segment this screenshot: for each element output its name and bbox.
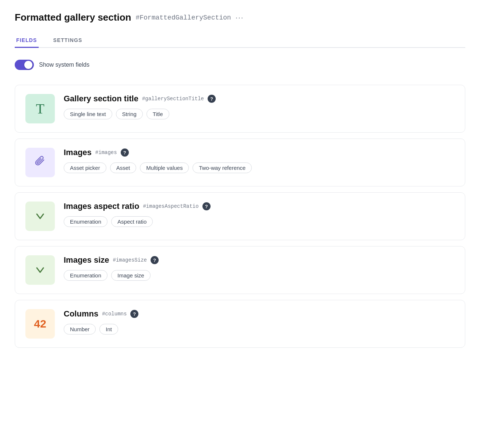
text-t-icon: T	[36, 101, 44, 117]
help-icon-columns[interactable]: ?	[130, 310, 138, 318]
page-header: Formatted gallery section #FormattedGall…	[15, 12, 465, 23]
field-icon-chevron-down-size	[25, 255, 55, 285]
page-title: Formatted gallery section	[15, 12, 131, 23]
tag-asset: Asset	[110, 162, 137, 173]
field-tags-columns: Number Int	[64, 324, 455, 335]
field-card-images: Images #images ? Asset picker Asset Mult…	[15, 139, 465, 186]
tab-settings[interactable]: SETTINGS	[52, 34, 84, 48]
more-options-icon[interactable]: ···	[236, 13, 244, 22]
field-hash-images: #images	[95, 150, 117, 155]
field-name-columns: Columns	[64, 309, 98, 319]
page-hash: #FormattedGallerySection	[135, 14, 231, 21]
tag-string: String	[116, 109, 143, 119]
help-icon[interactable]: ?	[208, 95, 216, 103]
field-content-images: Images #images ? Asset picker Asset Mult…	[64, 148, 455, 173]
fields-list: T Gallery section title #gallerySectionT…	[15, 85, 465, 348]
toggle-label: Show system fields	[39, 62, 89, 68]
field-hash-aspect-ratio: #imagesAspectRatio	[143, 203, 198, 209]
tab-fields[interactable]: FIELDS	[15, 34, 39, 48]
help-icon-aspect-ratio[interactable]: ?	[202, 202, 211, 210]
field-name-row: Gallery section title #gallerySectionTit…	[64, 94, 455, 104]
field-content-aspect-ratio: Images aspect ratio #imagesAspectRatio ?…	[64, 202, 455, 227]
field-hash-columns: #columns	[102, 311, 127, 317]
field-card-images-aspect-ratio: Images aspect ratio #imagesAspectRatio ?…	[15, 192, 465, 240]
help-icon-images[interactable]: ?	[121, 148, 129, 157]
field-card-images-size: Images size #imagesSize ? Enumeration Im…	[15, 246, 465, 294]
field-name-row-images-size: Images size #imagesSize ?	[64, 255, 455, 265]
field-name-row-columns: Columns #columns ?	[64, 309, 455, 319]
tag-asset-picker: Asset picker	[64, 162, 106, 173]
chevron-down-size-icon	[34, 264, 46, 276]
tag-single-line-text: Single line text	[64, 109, 112, 119]
field-card-gallery-section-title: T Gallery section title #gallerySectionT…	[15, 85, 465, 133]
toggle-row: Show system fields	[15, 60, 465, 70]
field-hash: #gallerySectionTitle	[142, 96, 204, 102]
field-content-columns: Columns #columns ? Number Int	[64, 309, 455, 335]
field-name-aspect-ratio: Images aspect ratio	[64, 202, 139, 211]
tag-number: Number	[64, 324, 96, 335]
field-icon-number: 42	[25, 309, 55, 339]
field-content-images-size: Images size #imagesSize ? Enumeration Im…	[64, 255, 455, 281]
tabs: FIELDS SETTINGS	[15, 34, 465, 48]
field-tags-images-size: Enumeration Image size	[64, 270, 455, 281]
field-hash-images-size: #imagesSize	[113, 257, 147, 263]
field-icon-clip	[25, 148, 55, 177]
tag-multiple-values: Multiple values	[140, 162, 189, 173]
field-tags-images: Asset picker Asset Multiple values Two-w…	[64, 162, 455, 173]
chevron-down-icon	[34, 210, 46, 222]
tag-two-way-reference: Two-way reference	[193, 162, 252, 173]
field-name-images: Images	[64, 148, 92, 157]
clip-icon	[33, 155, 47, 171]
field-icon-text-t: T	[25, 94, 55, 123]
field-tags: Single line text String Title	[64, 109, 455, 119]
field-card-columns: 42 Columns #columns ? Number Int	[15, 300, 465, 348]
show-system-fields-toggle[interactable]	[15, 60, 34, 70]
field-name-images-size: Images size	[64, 255, 109, 265]
tag-int: Int	[99, 324, 118, 335]
tag-image-size: Image size	[111, 270, 151, 281]
help-icon-images-size[interactable]: ?	[151, 256, 159, 264]
tag-enumeration-size: Enumeration	[64, 270, 107, 281]
field-name-row-images: Images #images ?	[64, 148, 455, 157]
field-icon-chevron-down-aspect	[25, 202, 55, 231]
field-tags-aspect-ratio: Enumeration Aspect ratio	[64, 216, 455, 227]
field-content-gallery-section-title: Gallery section title #gallerySectionTit…	[64, 94, 455, 119]
toggle-thumb	[24, 61, 32, 69]
field-name-row-aspect-ratio: Images aspect ratio #imagesAspectRatio ?	[64, 202, 455, 211]
toggle-track	[15, 60, 34, 70]
tag-enumeration-aspect: Enumeration	[64, 216, 107, 227]
number-42-icon: 42	[34, 318, 46, 330]
tag-title: Title	[147, 109, 169, 119]
tag-aspect-ratio: Aspect ratio	[111, 216, 153, 227]
field-name: Gallery section title	[64, 94, 138, 104]
